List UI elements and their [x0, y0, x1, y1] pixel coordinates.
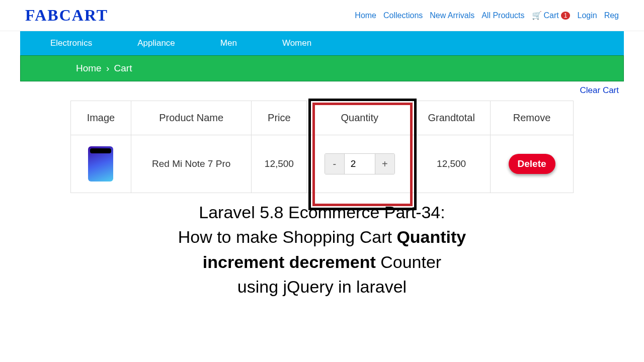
clear-cart-link[interactable]: Clear Cart: [580, 85, 619, 95]
breadcrumb: Home › Cart: [20, 55, 624, 81]
th-price: Price: [252, 101, 307, 135]
qty-input[interactable]: [344, 154, 375, 174]
qty-decrement-button[interactable]: -: [325, 154, 344, 174]
table-header-row: Image Product Name Price Quantity Grandt…: [71, 101, 574, 135]
caption: Laravel 5.8 Ecommerce Part-34: How to ma…: [0, 200, 644, 299]
th-name: Product Name: [131, 101, 252, 135]
cell-name: Red Mi Note 7 Pro: [131, 135, 252, 193]
th-total: Grandtotal: [413, 101, 491, 135]
caption-line2: How to make Shopping Cart Quantity: [0, 225, 644, 249]
caption-line4: using jQuery in laravel: [0, 275, 644, 299]
nav-home[interactable]: Home: [355, 11, 376, 20]
breadcrumb-current: Cart: [114, 63, 132, 73]
cell-remove: Delete: [491, 135, 574, 193]
nav-collections[interactable]: Collections: [383, 11, 423, 20]
cat-appliance[interactable]: Appliance: [127, 38, 185, 48]
cell-image: [71, 135, 131, 193]
nav-login[interactable]: Login: [577, 11, 597, 20]
clear-cart-row: Clear Cart: [0, 81, 644, 98]
nav-new-arrivals[interactable]: New Arrivals: [430, 11, 474, 20]
th-remove: Remove: [491, 101, 574, 135]
cart-icon: 🛒: [532, 11, 542, 20]
breadcrumb-separator: ›: [106, 63, 109, 73]
nav-all-products[interactable]: All Products: [481, 11, 524, 20]
top-nav: Home Collections New Arrivals All Produc…: [355, 11, 619, 20]
cell-price: 12,500: [252, 135, 307, 193]
cat-women[interactable]: Women: [272, 38, 321, 48]
cart-table: Image Product Name Price Quantity Grandt…: [70, 101, 574, 193]
product-image: [88, 146, 113, 182]
logo[interactable]: FABCART: [25, 6, 108, 25]
cell-qty: - +: [307, 135, 413, 193]
cat-men[interactable]: Men: [210, 38, 247, 48]
category-nav: Electronics Appliance Men Women: [20, 31, 624, 55]
nav-cart[interactable]: 🛒 Cart 1: [532, 11, 571, 20]
th-image: Image: [71, 101, 131, 135]
quantity-stepper: - +: [325, 153, 395, 174]
cat-electronics[interactable]: Electronics: [40, 38, 102, 48]
th-qty: Quantity: [307, 101, 413, 135]
cart-label: Cart: [544, 11, 559, 20]
nav-reg[interactable]: Reg: [604, 11, 619, 20]
cart-badge: 1: [561, 12, 571, 20]
table-row: Red Mi Note 7 Pro 12,500 - + 12,500 Dele…: [71, 135, 574, 193]
delete-button[interactable]: Delete: [509, 154, 555, 174]
qty-increment-button[interactable]: +: [375, 154, 394, 174]
top-header: FABCART Home Collections New Arrivals Al…: [0, 0, 644, 31]
caption-line1: Laravel 5.8 Ecommerce Part-34:: [0, 200, 644, 225]
caption-line3: increment decrement Counter: [0, 250, 644, 275]
breadcrumb-home[interactable]: Home: [76, 63, 102, 73]
cell-total: 12,500: [413, 135, 491, 193]
